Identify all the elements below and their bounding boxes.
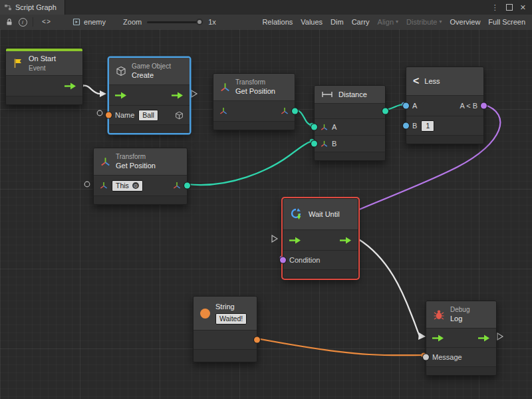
node-footer xyxy=(6,96,82,104)
graph-target[interactable]: enemy xyxy=(72,18,106,26)
less-input-b-port[interactable] xyxy=(403,123,409,129)
less-input-a-port[interactable] xyxy=(403,103,409,109)
wire-arrowhead xyxy=(100,90,106,97)
wire-waituntil-to-log[interactable] xyxy=(358,239,420,336)
script-graph-window: Script Graph ⋮ ✕ i <> enemy Zo xyxy=(0,0,532,399)
zoom-label: Zoom xyxy=(123,18,142,26)
node-header[interactable]: Wait Until xyxy=(283,199,358,229)
unconnected-flow-in-indicator[interactable] xyxy=(272,235,277,242)
unconnected-flow-out-indicator[interactable] xyxy=(192,90,197,97)
wire-getposition2-to-distance-b[interactable] xyxy=(187,141,312,185)
flow-out-port[interactable] xyxy=(478,334,490,342)
info-icon[interactable]: i xyxy=(16,15,29,29)
string-output-port[interactable] xyxy=(254,337,260,343)
code-view-button[interactable]: <> xyxy=(37,19,57,26)
node-less[interactable]: < Less A A < B B 1 xyxy=(406,66,484,144)
node-header[interactable]: Transform Get Position xyxy=(213,74,295,100)
distance-icon xyxy=(321,90,333,98)
window-menu-icon[interactable]: ⋮ xyxy=(491,4,499,11)
overview-button[interactable]: Overview xyxy=(446,15,485,29)
tab-script-graph[interactable]: Script Graph xyxy=(0,0,65,15)
transform-input-icon[interactable] xyxy=(100,182,108,190)
vector3-output-icon[interactable] xyxy=(281,107,289,115)
position-output-port[interactable] xyxy=(292,108,298,114)
node-header[interactable]: < Less xyxy=(406,67,483,95)
flow-out-port[interactable] xyxy=(172,92,184,99)
node-title: Distance xyxy=(338,90,367,98)
less-output-port[interactable] xyxy=(481,103,487,109)
node-distance[interactable]: Distance A B xyxy=(314,85,386,161)
port-row xyxy=(213,100,295,121)
name-input-port[interactable] xyxy=(106,112,112,118)
flow-out-row xyxy=(6,75,82,96)
unconnected-value-indicator[interactable] xyxy=(84,182,90,187)
zoom-slider-handle[interactable] xyxy=(196,19,203,25)
full-screen-button[interactable]: Full Screen xyxy=(484,15,529,29)
relations-label: Relations xyxy=(262,18,293,26)
string-value-field[interactable]: Waited! xyxy=(215,313,247,325)
vector3-output-icon[interactable] xyxy=(173,182,181,190)
node-create-game-object[interactable]: Game Object Create Name Ball xyxy=(108,57,190,134)
input-a-port[interactable] xyxy=(311,124,317,130)
flow-in-port[interactable] xyxy=(432,334,444,342)
compare-row: A A < B xyxy=(406,95,483,116)
position-output-port[interactable] xyxy=(184,183,190,189)
object-picker-icon[interactable]: ⊙ xyxy=(132,182,139,189)
node-wait-until[interactable]: Wait Until Condition xyxy=(283,198,358,279)
chevron-down-icon: ▾ xyxy=(440,19,442,25)
dim-button[interactable]: Dim xyxy=(327,15,348,29)
condition-input-port[interactable] xyxy=(280,257,286,263)
distribute-label: Distribute xyxy=(406,18,437,26)
node-footer xyxy=(213,121,295,130)
relations-button[interactable]: Relations xyxy=(258,15,297,29)
node-on-start[interactable]: On Start Event xyxy=(5,48,83,105)
graph-toolbar: i <> enemy Zoom 1x Relations Values Dim … xyxy=(0,15,532,30)
vector3-icon xyxy=(321,140,328,148)
message-input-port[interactable] xyxy=(423,354,429,360)
node-header[interactable]: String Waited! xyxy=(194,297,257,330)
node-get-position-top[interactable]: Transform Get Position xyxy=(213,73,295,130)
node-get-position-left[interactable]: Transform Get Position This ⊙ xyxy=(93,148,188,205)
node-debug-log[interactable]: Debug Log Message xyxy=(426,301,497,376)
game-object-output-icon[interactable] xyxy=(175,111,184,120)
node-header[interactable]: Debug Log xyxy=(426,301,496,328)
zoom-slider[interactable] xyxy=(147,21,203,23)
flow-row xyxy=(283,229,358,250)
carry-button[interactable]: Carry xyxy=(348,15,374,29)
input-b-port[interactable] xyxy=(311,141,317,147)
less-b-field[interactable]: 1 xyxy=(421,120,434,132)
graph-canvas[interactable]: On Start Event Game Object Create xyxy=(0,29,532,399)
node-header[interactable]: Game Object Create xyxy=(109,58,190,84)
flow-in-port[interactable] xyxy=(115,92,127,99)
name-field[interactable]: Ball xyxy=(138,110,158,121)
unconnected-flow-out-indicator[interactable] xyxy=(497,333,503,340)
tab-title: Script Graph xyxy=(15,3,57,11)
flow-out-port[interactable] xyxy=(65,82,76,90)
node-header[interactable]: On Start Event xyxy=(6,51,82,75)
unconnected-value-indicator[interactable] xyxy=(97,110,102,116)
node-header[interactable]: Transform Get Position xyxy=(94,148,187,175)
lock-icon[interactable] xyxy=(3,15,16,29)
node-footer xyxy=(315,152,385,160)
distribute-button[interactable]: Distribute ▾ xyxy=(402,15,446,29)
flow-out-port[interactable] xyxy=(340,237,352,244)
maximize-icon[interactable] xyxy=(506,4,513,11)
node-footer xyxy=(283,269,358,278)
align-button[interactable]: Align ▾ xyxy=(374,15,402,29)
distance-output-port[interactable] xyxy=(382,108,388,114)
node-string[interactable]: String Waited! xyxy=(193,296,257,362)
node-header[interactable]: Distance xyxy=(315,86,385,103)
wire-arrowhead xyxy=(418,332,426,340)
flow-in-port[interactable] xyxy=(289,237,301,244)
transform-input-icon[interactable] xyxy=(219,107,227,115)
node-title: Less xyxy=(424,77,440,85)
node-category: Transform xyxy=(235,78,275,86)
values-button[interactable]: Values xyxy=(297,15,327,29)
flow-row xyxy=(109,84,190,105)
transform-icon xyxy=(220,82,230,92)
node-footer xyxy=(194,349,257,362)
wire-onstart-to-create[interactable] xyxy=(82,86,100,94)
target-field[interactable]: This ⊙ xyxy=(112,180,143,192)
wire-string-to-message[interactable] xyxy=(257,338,424,355)
close-icon[interactable]: ✕ xyxy=(520,4,526,11)
